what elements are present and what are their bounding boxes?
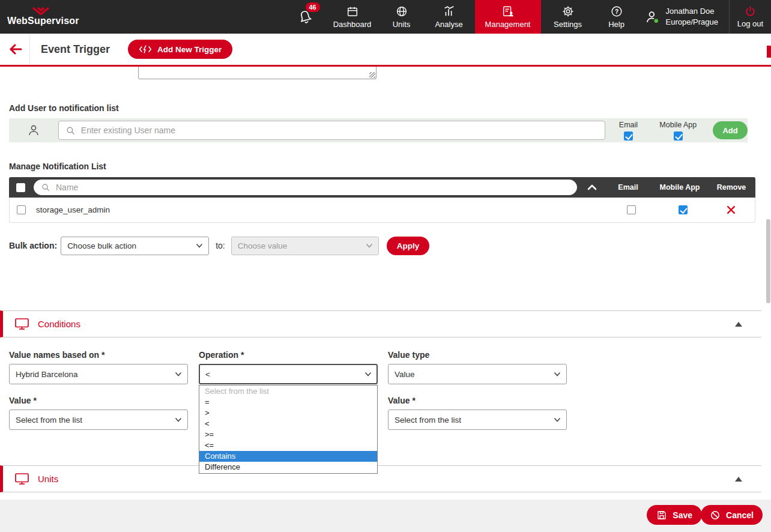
email-label: Email xyxy=(619,121,638,129)
email-check-column: Email xyxy=(605,121,652,141)
operation-option[interactable]: Difference xyxy=(199,462,377,473)
management-icon xyxy=(501,5,515,18)
value-left-select[interactable]: Select from the list xyxy=(9,410,188,430)
chevron-down-icon xyxy=(175,417,182,422)
conditions-section-header[interactable]: Conditions xyxy=(0,310,761,337)
add-user-row: Email Mobile App Add xyxy=(9,118,748,142)
notification-count-badge: 46 xyxy=(306,2,320,12)
apply-button[interactable]: Apply xyxy=(387,237,430,255)
select-all-checkbox[interactable] xyxy=(16,183,25,192)
logout-label: Log out xyxy=(737,19,763,28)
brand-mark-icon xyxy=(29,7,53,15)
value-names-select[interactable]: Hybrid Barcelona xyxy=(9,364,188,384)
save-icon xyxy=(656,510,667,521)
row-remove-cell xyxy=(707,205,755,214)
user-menu[interactable]: Jonathan Doe Europe/Prague xyxy=(638,0,729,34)
back-button[interactable] xyxy=(0,34,30,65)
nav-help[interactable]: ? Help xyxy=(595,0,638,34)
vertical-scrollbar-thumb[interactable] xyxy=(766,219,770,303)
nav-label: Management xyxy=(485,20,531,29)
add-user-button[interactable]: Add xyxy=(713,121,748,139)
monitor-icon xyxy=(14,318,29,330)
logout-button[interactable]: Log out xyxy=(729,0,771,34)
description-textarea[interactable] xyxy=(138,67,376,79)
page-title: Event Trigger xyxy=(41,43,110,56)
operation-option[interactable]: = xyxy=(199,397,377,408)
column-remove: Remove xyxy=(707,183,755,192)
value-names-value: Hybrid Barcelona xyxy=(16,370,78,379)
caret-up-icon xyxy=(735,477,742,482)
chevron-down-icon xyxy=(366,243,373,248)
brand-logo[interactable]: WebSupervisor xyxy=(0,0,126,34)
row-columns xyxy=(603,205,755,214)
save-label: Save xyxy=(673,510,692,520)
nav-settings[interactable]: Settings xyxy=(541,0,595,34)
collapse-units-button[interactable] xyxy=(735,477,742,482)
add-trigger-icon xyxy=(139,44,152,54)
value-type-field: Value xyxy=(388,364,567,384)
top-nav-bar: WebSupervisor 46 Dashboard Un xyxy=(0,0,771,34)
operation-option[interactable]: > xyxy=(199,408,377,419)
user-search-input[interactable] xyxy=(81,125,598,135)
sort-toggle[interactable] xyxy=(587,184,597,191)
notifications-button[interactable]: 46 xyxy=(286,0,325,34)
person-cell xyxy=(9,123,58,138)
chevron-down-icon xyxy=(175,372,182,376)
add-user-section-label: Add User to notification list xyxy=(9,103,119,113)
cancel-button[interactable]: Cancel xyxy=(701,505,763,525)
value-left-value: Select from the list xyxy=(16,416,82,425)
mobile-check-column: Mobile App xyxy=(652,121,704,141)
row-email-checkbox[interactable] xyxy=(627,205,636,214)
operation-option[interactable]: < xyxy=(199,419,377,429)
table-row: storage_user_admin xyxy=(9,198,755,223)
operation-option[interactable]: Select from the list xyxy=(199,386,377,397)
operation-option[interactable]: >= xyxy=(199,429,377,440)
name-search-input[interactable] xyxy=(56,183,570,192)
bulk-action-select[interactable]: Choose bulk action xyxy=(61,237,209,255)
value-type-value: Value xyxy=(395,370,415,379)
bulk-value-select[interactable]: Choose value xyxy=(231,237,379,255)
chevron-down-icon xyxy=(554,372,561,376)
remove-user-button[interactable] xyxy=(727,205,736,214)
operation-option-highlighted[interactable]: Contains xyxy=(199,451,377,462)
add-new-trigger-button[interactable]: Add New Trigger xyxy=(128,40,232,59)
operation-select[interactable]: < xyxy=(199,364,378,384)
mobile-app-checkbox[interactable] xyxy=(674,131,683,141)
operation-option[interactable]: <= xyxy=(199,440,377,451)
svg-text:?: ? xyxy=(614,8,618,15)
value-type-select[interactable]: Value xyxy=(388,364,567,384)
email-checkbox[interactable] xyxy=(624,131,633,141)
save-button[interactable]: Save xyxy=(647,505,702,525)
mobile-app-label: Mobile App xyxy=(659,121,697,129)
nav-management[interactable]: Management xyxy=(475,0,541,34)
value-right-field: Select from the list xyxy=(388,410,567,430)
name-search-box xyxy=(34,180,577,195)
row-mobile-cell xyxy=(652,205,707,214)
value-left-field: Select from the list xyxy=(9,410,188,430)
brand-name: WebSupervisor xyxy=(7,16,79,26)
nav-analyse[interactable]: Analyse xyxy=(423,0,475,34)
user-search-box xyxy=(58,121,605,140)
person-icon xyxy=(26,123,41,138)
globe-icon xyxy=(395,5,408,18)
bulk-action-label: Bulk action: xyxy=(9,241,57,250)
page-header: Event Trigger Add New Trigger xyxy=(0,34,771,65)
footer-bar: Save Cancel xyxy=(0,500,771,532)
manage-list-section-label: Manage Notification List xyxy=(9,162,106,171)
collapse-conditions-button[interactable] xyxy=(735,322,742,327)
operation-dropdown: Select from the list = > < >= <= Contain… xyxy=(199,385,378,474)
nav-units[interactable]: Units xyxy=(380,0,423,34)
main-nav: Dashboard Units Analyse xyxy=(325,0,638,34)
header-columns: Email Mobile App Remove xyxy=(604,183,755,192)
notification-table-header: Email Mobile App Remove xyxy=(9,177,755,198)
add-new-trigger-label: Add New Trigger xyxy=(157,45,222,54)
resize-handle[interactable] xyxy=(369,72,375,78)
units-section-header[interactable]: Units xyxy=(0,465,761,492)
row-select-checkbox[interactable] xyxy=(17,205,26,214)
row-mobile-checkbox[interactable] xyxy=(679,205,688,214)
value-right-value: Select from the list xyxy=(395,416,461,425)
nav-dashboard[interactable]: Dashboard xyxy=(325,0,380,34)
conditions-title: Conditions xyxy=(38,319,80,329)
value-right-select[interactable]: Select from the list xyxy=(388,410,567,430)
row-email-cell xyxy=(603,205,652,214)
